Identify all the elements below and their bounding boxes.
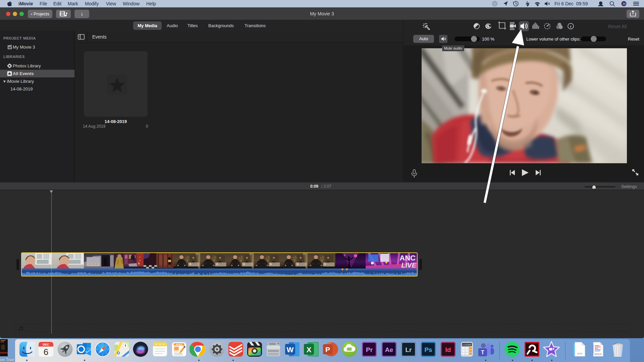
- svg-text:Lr: Lr: [406, 346, 412, 353]
- svg-text:W: W: [287, 346, 294, 354]
- svg-text:Id: Id: [445, 346, 451, 353]
- svg-text:Pr: Pr: [366, 346, 373, 353]
- svg-text:Ae: Ae: [385, 346, 393, 353]
- svg-text:DEC: DEC: [43, 343, 49, 346]
- svg-text:Ps: Ps: [424, 346, 432, 353]
- svg-text:P: P: [325, 346, 330, 353]
- svg-text:LIVE: LIVE: [401, 261, 417, 269]
- svg-text:T: T: [481, 350, 484, 355]
- svg-text:6: 6: [44, 347, 48, 357]
- svg-text:PAGES: PAGES: [176, 344, 182, 346]
- svg-text:RTF: RTF: [577, 352, 583, 355]
- svg-text:X: X: [307, 346, 312, 354]
- svg-text:ANC: ANC: [399, 254, 416, 262]
- svg-text:3.141593: 3.141593: [462, 344, 471, 346]
- svg-text:DOCX: DOCX: [594, 353, 602, 356]
